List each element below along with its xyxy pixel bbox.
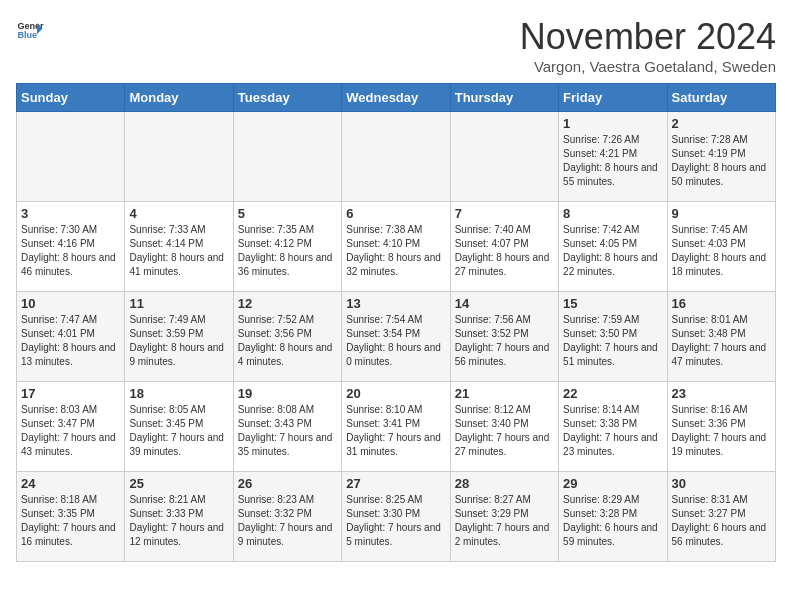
calendar-cell: 8Sunrise: 7:42 AM Sunset: 4:05 PM Daylig… — [559, 202, 667, 292]
day-number: 14 — [455, 296, 554, 311]
day-number: 30 — [672, 476, 771, 491]
calendar-cell: 19Sunrise: 8:08 AM Sunset: 3:43 PM Dayli… — [233, 382, 341, 472]
month-title: November 2024 — [520, 16, 776, 58]
calendar-cell: 13Sunrise: 7:54 AM Sunset: 3:54 PM Dayli… — [342, 292, 450, 382]
calendar-cell — [450, 112, 558, 202]
day-info: Sunrise: 8:25 AM Sunset: 3:30 PM Dayligh… — [346, 493, 445, 549]
calendar-cell: 29Sunrise: 8:29 AM Sunset: 3:28 PM Dayli… — [559, 472, 667, 562]
day-number: 21 — [455, 386, 554, 401]
day-info: Sunrise: 7:52 AM Sunset: 3:56 PM Dayligh… — [238, 313, 337, 369]
day-info: Sunrise: 7:59 AM Sunset: 3:50 PM Dayligh… — [563, 313, 662, 369]
day-info: Sunrise: 7:30 AM Sunset: 4:16 PM Dayligh… — [21, 223, 120, 279]
calendar-cell: 17Sunrise: 8:03 AM Sunset: 3:47 PM Dayli… — [17, 382, 125, 472]
calendar-cell — [125, 112, 233, 202]
day-number: 29 — [563, 476, 662, 491]
day-number: 22 — [563, 386, 662, 401]
day-info: Sunrise: 7:35 AM Sunset: 4:12 PM Dayligh… — [238, 223, 337, 279]
calendar-cell: 20Sunrise: 8:10 AM Sunset: 3:41 PM Dayli… — [342, 382, 450, 472]
day-info: Sunrise: 7:49 AM Sunset: 3:59 PM Dayligh… — [129, 313, 228, 369]
day-info: Sunrise: 7:47 AM Sunset: 4:01 PM Dayligh… — [21, 313, 120, 369]
day-number: 23 — [672, 386, 771, 401]
day-number: 18 — [129, 386, 228, 401]
calendar-table: SundayMondayTuesdayWednesdayThursdayFrid… — [16, 83, 776, 562]
calendar-cell: 4Sunrise: 7:33 AM Sunset: 4:14 PM Daylig… — [125, 202, 233, 292]
day-number: 26 — [238, 476, 337, 491]
col-header-saturday: Saturday — [667, 84, 775, 112]
calendar-cell: 1Sunrise: 7:26 AM Sunset: 4:21 PM Daylig… — [559, 112, 667, 202]
calendar-week-row: 1Sunrise: 7:26 AM Sunset: 4:21 PM Daylig… — [17, 112, 776, 202]
calendar-cell: 22Sunrise: 8:14 AM Sunset: 3:38 PM Dayli… — [559, 382, 667, 472]
day-info: Sunrise: 7:26 AM Sunset: 4:21 PM Dayligh… — [563, 133, 662, 189]
col-header-wednesday: Wednesday — [342, 84, 450, 112]
calendar-week-row: 17Sunrise: 8:03 AM Sunset: 3:47 PM Dayli… — [17, 382, 776, 472]
day-number: 13 — [346, 296, 445, 311]
calendar-cell: 25Sunrise: 8:21 AM Sunset: 3:33 PM Dayli… — [125, 472, 233, 562]
calendar-cell: 2Sunrise: 7:28 AM Sunset: 4:19 PM Daylig… — [667, 112, 775, 202]
calendar-cell: 26Sunrise: 8:23 AM Sunset: 3:32 PM Dayli… — [233, 472, 341, 562]
day-number: 28 — [455, 476, 554, 491]
day-info: Sunrise: 7:56 AM Sunset: 3:52 PM Dayligh… — [455, 313, 554, 369]
calendar-week-row: 24Sunrise: 8:18 AM Sunset: 3:35 PM Dayli… — [17, 472, 776, 562]
day-info: Sunrise: 8:14 AM Sunset: 3:38 PM Dayligh… — [563, 403, 662, 459]
day-info: Sunrise: 7:28 AM Sunset: 4:19 PM Dayligh… — [672, 133, 771, 189]
day-number: 16 — [672, 296, 771, 311]
calendar-week-row: 10Sunrise: 7:47 AM Sunset: 4:01 PM Dayli… — [17, 292, 776, 382]
location-subtitle: Vargon, Vaestra Goetaland, Sweden — [520, 58, 776, 75]
day-number: 5 — [238, 206, 337, 221]
day-info: Sunrise: 7:54 AM Sunset: 3:54 PM Dayligh… — [346, 313, 445, 369]
logo: General Blue — [16, 16, 44, 44]
calendar-cell: 6Sunrise: 7:38 AM Sunset: 4:10 PM Daylig… — [342, 202, 450, 292]
calendar-cell: 24Sunrise: 8:18 AM Sunset: 3:35 PM Dayli… — [17, 472, 125, 562]
calendar-cell: 7Sunrise: 7:40 AM Sunset: 4:07 PM Daylig… — [450, 202, 558, 292]
day-number: 17 — [21, 386, 120, 401]
day-info: Sunrise: 8:31 AM Sunset: 3:27 PM Dayligh… — [672, 493, 771, 549]
day-number: 19 — [238, 386, 337, 401]
day-number: 10 — [21, 296, 120, 311]
col-header-friday: Friday — [559, 84, 667, 112]
day-info: Sunrise: 8:08 AM Sunset: 3:43 PM Dayligh… — [238, 403, 337, 459]
day-info: Sunrise: 7:42 AM Sunset: 4:05 PM Dayligh… — [563, 223, 662, 279]
calendar-cell: 12Sunrise: 7:52 AM Sunset: 3:56 PM Dayli… — [233, 292, 341, 382]
day-info: Sunrise: 8:01 AM Sunset: 3:48 PM Dayligh… — [672, 313, 771, 369]
calendar-cell: 18Sunrise: 8:05 AM Sunset: 3:45 PM Dayli… — [125, 382, 233, 472]
day-info: Sunrise: 7:33 AM Sunset: 4:14 PM Dayligh… — [129, 223, 228, 279]
day-info: Sunrise: 8:12 AM Sunset: 3:40 PM Dayligh… — [455, 403, 554, 459]
day-info: Sunrise: 8:16 AM Sunset: 3:36 PM Dayligh… — [672, 403, 771, 459]
day-info: Sunrise: 7:38 AM Sunset: 4:10 PM Dayligh… — [346, 223, 445, 279]
calendar-cell: 23Sunrise: 8:16 AM Sunset: 3:36 PM Dayli… — [667, 382, 775, 472]
day-info: Sunrise: 8:05 AM Sunset: 3:45 PM Dayligh… — [129, 403, 228, 459]
header: General Blue November 2024 Vargon, Vaest… — [16, 16, 776, 75]
col-header-tuesday: Tuesday — [233, 84, 341, 112]
calendar-cell: 15Sunrise: 7:59 AM Sunset: 3:50 PM Dayli… — [559, 292, 667, 382]
calendar-cell: 14Sunrise: 7:56 AM Sunset: 3:52 PM Dayli… — [450, 292, 558, 382]
day-number: 8 — [563, 206, 662, 221]
day-info: Sunrise: 7:45 AM Sunset: 4:03 PM Dayligh… — [672, 223, 771, 279]
day-info: Sunrise: 8:21 AM Sunset: 3:33 PM Dayligh… — [129, 493, 228, 549]
day-info: Sunrise: 8:23 AM Sunset: 3:32 PM Dayligh… — [238, 493, 337, 549]
calendar-cell — [342, 112, 450, 202]
calendar-cell — [17, 112, 125, 202]
day-info: Sunrise: 8:10 AM Sunset: 3:41 PM Dayligh… — [346, 403, 445, 459]
day-number: 27 — [346, 476, 445, 491]
calendar-cell: 3Sunrise: 7:30 AM Sunset: 4:16 PM Daylig… — [17, 202, 125, 292]
day-number: 15 — [563, 296, 662, 311]
calendar-cell: 21Sunrise: 8:12 AM Sunset: 3:40 PM Dayli… — [450, 382, 558, 472]
day-info: Sunrise: 8:27 AM Sunset: 3:29 PM Dayligh… — [455, 493, 554, 549]
calendar-cell: 10Sunrise: 7:47 AM Sunset: 4:01 PM Dayli… — [17, 292, 125, 382]
day-number: 24 — [21, 476, 120, 491]
calendar-header-row: SundayMondayTuesdayWednesdayThursdayFrid… — [17, 84, 776, 112]
day-info: Sunrise: 8:03 AM Sunset: 3:47 PM Dayligh… — [21, 403, 120, 459]
svg-text:Blue: Blue — [17, 30, 37, 40]
day-number: 4 — [129, 206, 228, 221]
day-number: 3 — [21, 206, 120, 221]
day-number: 12 — [238, 296, 337, 311]
col-header-monday: Monday — [125, 84, 233, 112]
day-number: 11 — [129, 296, 228, 311]
calendar-cell: 30Sunrise: 8:31 AM Sunset: 3:27 PM Dayli… — [667, 472, 775, 562]
col-header-thursday: Thursday — [450, 84, 558, 112]
calendar-cell: 11Sunrise: 7:49 AM Sunset: 3:59 PM Dayli… — [125, 292, 233, 382]
col-header-sunday: Sunday — [17, 84, 125, 112]
calendar-week-row: 3Sunrise: 7:30 AM Sunset: 4:16 PM Daylig… — [17, 202, 776, 292]
day-number: 20 — [346, 386, 445, 401]
calendar-cell: 28Sunrise: 8:27 AM Sunset: 3:29 PM Dayli… — [450, 472, 558, 562]
